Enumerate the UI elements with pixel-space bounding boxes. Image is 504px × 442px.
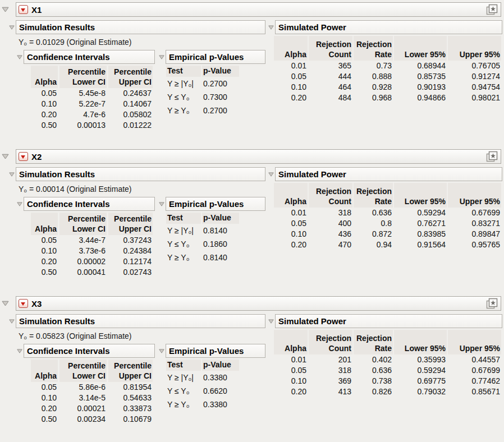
table-cell: 470 <box>309 240 352 250</box>
table-row: 0.204.7e-60.05802 <box>31 109 153 120</box>
table-cell: 0.20 <box>274 240 308 250</box>
outline-header-simulation-results[interactable]: Simulation Results <box>16 314 265 328</box>
disclosure-triangle-icon[interactable] <box>159 55 166 59</box>
table-cell: Y ≥ Y₀ <box>166 251 201 264</box>
column-header-upper-95: Upper 95% <box>448 36 501 61</box>
table-cell: 4.7e-6 <box>59 109 107 120</box>
table-cell: 0.636 <box>354 365 393 376</box>
table-cell: 0.59294 <box>394 365 447 376</box>
bookmark-icon[interactable] <box>485 151 498 163</box>
outline-header-simulation-results[interactable]: Simulation Results <box>16 20 265 34</box>
outline-header-confidence-intervals[interactable]: Confidence Intervals <box>24 197 155 211</box>
disclosure-triangle-icon[interactable] <box>268 25 275 30</box>
outline-title: Simulation Results <box>19 169 95 179</box>
table-header-row: Alpha PercentileLower CI PercentileUpper… <box>31 213 153 235</box>
disclosure-triangle-icon[interactable] <box>159 202 166 206</box>
table-cell: 0.05802 <box>108 109 153 120</box>
outline-header-simulated-power[interactable]: Simulated Power <box>275 314 502 328</box>
outline-header-confidence-intervals[interactable]: Confidence Intervals <box>24 344 155 358</box>
section-title: X1 <box>31 5 42 15</box>
table-cell: 0.24637 <box>108 88 153 99</box>
report-root: X1 Simulation Results <box>0 0 504 441</box>
table-header-row: Alpha RejectionCount RejectionRate Lower… <box>274 183 501 208</box>
simulated-power-column: Simulated Power Alpha RejectionCount Rej… <box>265 311 502 425</box>
table-row: Y ≥ Y₀0.3380 <box>166 398 239 411</box>
table-cell: 0.636 <box>354 208 393 218</box>
table-cell: 0.98021 <box>448 93 501 103</box>
table-cell: 0.738 <box>354 376 393 386</box>
outline-title: Simulation Results <box>19 22 95 32</box>
column-header-alpha: Alpha <box>274 183 308 208</box>
column-header-rejection-rate: RejectionRate <box>354 183 393 208</box>
disclosure-triangle-icon[interactable] <box>17 55 24 59</box>
column-header-rejection-count: RejectionCount <box>309 36 352 61</box>
disclosure-triangle-icon[interactable] <box>268 172 275 177</box>
outline-header-simulated-power[interactable]: Simulated Power <box>275 167 502 181</box>
disclosure-triangle-icon[interactable] <box>2 7 16 12</box>
table-cell: 0.20 <box>31 403 58 414</box>
red-triangle-menu-icon[interactable] <box>19 5 28 14</box>
disclosure-triangle-icon[interactable] <box>268 319 275 324</box>
section-titlebar[interactable]: X1 <box>16 2 501 17</box>
table-cell: 318 <box>309 365 352 376</box>
table-header-row: Alpha PercentileLower CI PercentileUpper… <box>31 66 153 88</box>
disclosure-triangle-icon[interactable] <box>9 25 16 30</box>
red-triangle-menu-icon[interactable] <box>19 299 28 308</box>
table-cell: Y ≥ Y₀ <box>166 104 201 117</box>
section-titlebar[interactable]: X2 <box>16 149 501 164</box>
table-row: Y ≥ Y₀0.8140 <box>166 251 239 264</box>
bookmark-icon[interactable] <box>485 298 498 310</box>
table-cell: 0.20 <box>274 93 308 103</box>
table-cell: 365 <box>309 61 352 71</box>
table-row: Y ≤ Y₀0.7300 <box>166 90 239 104</box>
table-cell: 0.79032 <box>394 386 447 397</box>
table-cell: 0.91274 <box>448 71 501 82</box>
disclosure-triangle-icon[interactable] <box>17 202 24 206</box>
table-cell: 0.10 <box>31 246 58 256</box>
outline-header-confidence-intervals[interactable]: Confidence Intervals <box>24 50 155 64</box>
table-cell: 0.76271 <box>394 218 447 229</box>
disclosure-triangle-icon[interactable] <box>2 154 16 159</box>
column-header-test: Test <box>166 66 201 77</box>
section-titlebar[interactable]: X3 <box>16 296 501 311</box>
table-cell: 5.45e-8 <box>59 88 107 99</box>
variable-section: X2 Simulation Results <box>0 147 504 294</box>
empirical-p-values-table: Test p-Value Y ≥ |Y₀|0.2700Y ≤ Y₀0.7300Y… <box>165 66 240 117</box>
table-cell: 0.05 <box>274 71 308 82</box>
table-cell: 0.01 <box>274 354 308 365</box>
outline-header-simulated-power[interactable]: Simulated Power <box>275 20 502 34</box>
outline-header-empirical-p-values[interactable]: Empirical p-Values <box>166 344 265 358</box>
table-row: Y ≥ |Y₀|0.3380 <box>166 371 239 384</box>
table-cell: 0.85735 <box>394 71 447 82</box>
empirical-p-values-table: Test p-Value Y ≥ |Y₀|0.3380Y ≤ Y₀0.6620Y… <box>165 360 240 411</box>
column-header-test: Test <box>166 360 201 371</box>
bookmark-icon[interactable] <box>485 4 498 16</box>
column-header-percentile-lower-ci: PercentileLower CI <box>59 66 107 88</box>
table-row: 0.204840.9680.948660.98021 <box>274 93 501 103</box>
disclosure-triangle-icon[interactable] <box>17 349 24 353</box>
simulation-results-column: Simulation Results Y₀ = 0.01029 (Origina… <box>0 17 265 131</box>
table-cell: 0.05 <box>274 365 308 376</box>
disclosure-triangle-icon[interactable] <box>9 172 16 177</box>
table-cell: 400 <box>309 218 352 229</box>
table-cell: 0.10 <box>274 82 308 93</box>
table-cell: 0.402 <box>354 354 393 365</box>
table-cell: 3.44e-7 <box>59 235 107 246</box>
confidence-intervals-table: Alpha PercentileLower CI PercentileUpper… <box>29 360 154 425</box>
outline-header-simulation-results[interactable]: Simulation Results <box>16 167 265 181</box>
simulated-power-column: Simulated Power Alpha RejectionCount Rej… <box>265 164 502 278</box>
simulated-power-table: Alpha RejectionCount RejectionRate Lower… <box>273 183 502 250</box>
table-header-row: Alpha PercentileLower CI PercentileUpper… <box>31 360 153 382</box>
outline-header-empirical-p-values[interactable]: Empirical p-Values <box>166 50 265 64</box>
disclosure-triangle-icon[interactable] <box>9 319 16 324</box>
table-row: 0.053180.6360.592940.67699 <box>274 365 501 376</box>
disclosure-triangle-icon[interactable] <box>159 349 166 353</box>
table-row: 0.104360.8720.839850.89847 <box>274 229 501 240</box>
table-cell: 0.76705 <box>448 61 501 71</box>
red-triangle-menu-icon[interactable] <box>19 152 28 161</box>
disclosure-triangle-icon[interactable] <box>2 301 16 306</box>
table-cell: 0.01 <box>274 208 308 218</box>
table-cell: 0.8140 <box>202 224 239 237</box>
outline-header-empirical-p-values[interactable]: Empirical p-Values <box>166 197 265 211</box>
outline-title: Confidence Intervals <box>27 52 110 62</box>
